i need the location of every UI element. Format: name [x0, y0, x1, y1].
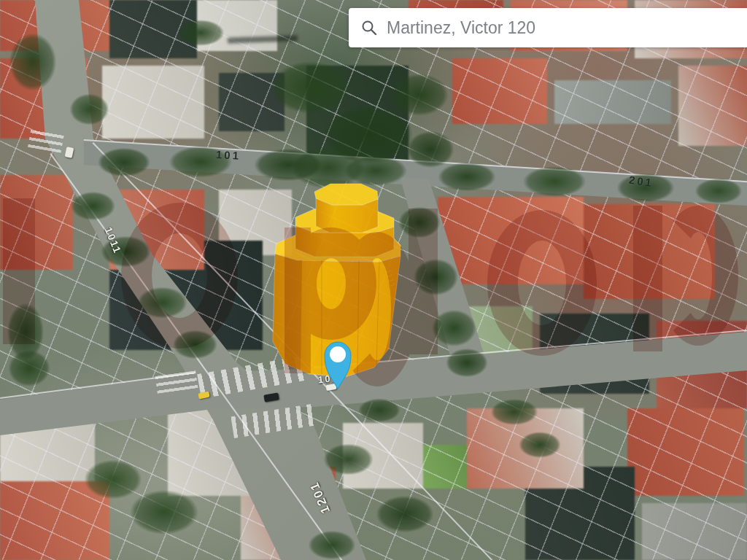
search-icon	[360, 19, 378, 36]
search-bar	[349, 8, 747, 47]
map-canvas[interactable]: 101 201 1011 1111 1201 101	[0, 0, 747, 560]
location-pin[interactable]	[0, 0, 747, 560]
search-input[interactable]	[385, 18, 747, 39]
